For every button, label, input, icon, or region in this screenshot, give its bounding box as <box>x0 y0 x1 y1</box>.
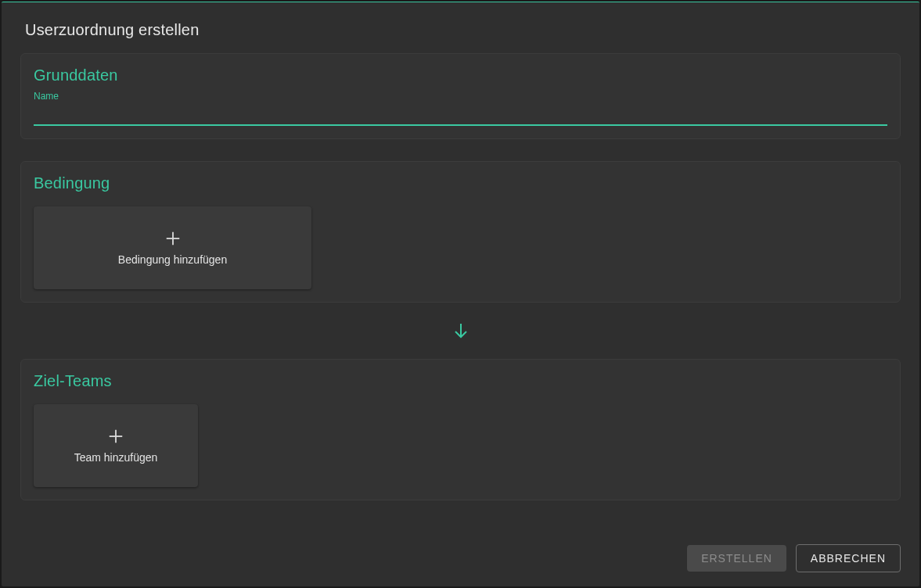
flow-arrow <box>20 321 901 340</box>
dialog-title: Userzuordnung erstellen <box>25 21 896 39</box>
target-teams-card: Ziel-Teams Team hinzufügen <box>20 359 901 500</box>
plus-icon <box>107 428 124 445</box>
add-condition-label: Bedingung hinzufügen <box>118 253 227 266</box>
cancel-button[interactable]: ABBRECHEN <box>796 544 901 572</box>
add-condition-button[interactable]: Bedingung hinzufügen <box>34 206 311 289</box>
dialog-body: Userzuordnung erstellen Grunddaten Name … <box>2 2 919 535</box>
name-field: Name <box>34 91 887 126</box>
condition-title: Bedingung <box>34 174 887 192</box>
target-teams-title: Ziel-Teams <box>34 372 887 390</box>
basic-data-title: Grunddaten <box>34 66 887 84</box>
add-team-button[interactable]: Team hinzufügen <box>34 404 198 487</box>
add-team-label: Team hinzufügen <box>74 451 158 464</box>
basic-data-card: Grunddaten Name <box>20 53 901 139</box>
plus-icon <box>164 230 182 247</box>
dialog-footer: ERSTELLEN ABBRECHEN <box>2 535 919 586</box>
create-button[interactable]: ERSTELLEN <box>687 545 786 572</box>
arrow-down-icon <box>452 321 470 340</box>
name-input[interactable] <box>34 103 887 126</box>
create-user-assignment-dialog: Userzuordnung erstellen Grunddaten Name … <box>2 2 919 586</box>
name-label: Name <box>34 91 887 102</box>
condition-card: Bedingung Bedingung hinzufügen <box>20 161 901 303</box>
